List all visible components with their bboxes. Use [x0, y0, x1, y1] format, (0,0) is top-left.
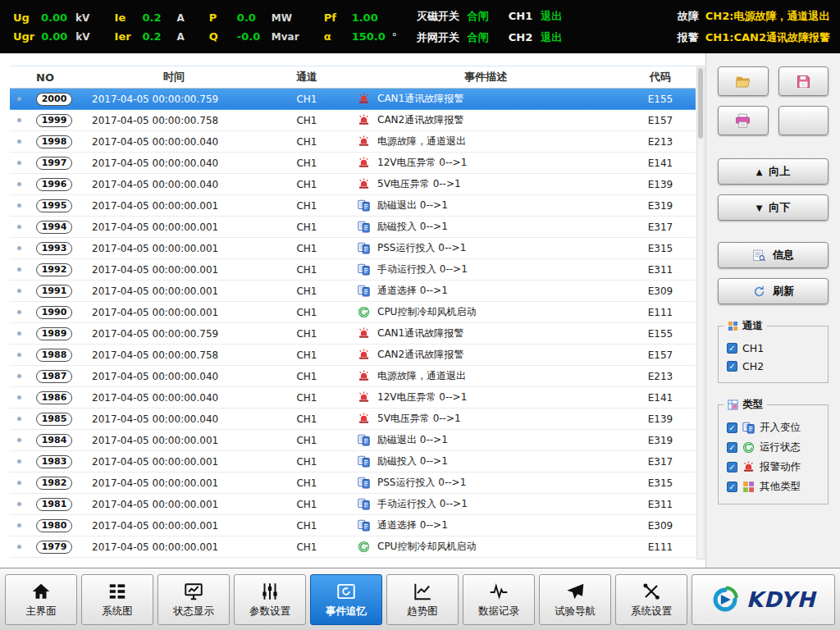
system-settings-icon: [641, 581, 662, 602]
row-channel: CH1: [267, 243, 346, 254]
header-code: 代码: [625, 70, 696, 84]
row-channel: CH1: [267, 520, 346, 532]
tab-system-settings[interactable]: 系统设置: [615, 574, 687, 625]
tab-label: 状态显示: [173, 605, 214, 619]
table-row[interactable]: 1988 2017-04-05 00:00:00.758 CH1 CAN2通讯故…: [10, 345, 696, 366]
row-desc: 通道选择 0-->1: [377, 284, 448, 298]
table-row[interactable]: 1991 2017-04-05 00:00:00.001 CH1 通道选择 0-…: [10, 281, 696, 302]
table-row[interactable]: 1996 2017-04-05 00:00:00.040 CH1 5V电压异常 …: [10, 174, 696, 195]
print-icon: [734, 112, 751, 130]
tab-home[interactable]: 主界面: [5, 574, 77, 625]
table-row[interactable]: 1987 2017-04-05 00:00:00.040 CH1 电源故障，通道…: [10, 366, 696, 387]
row-desc: 电源故障，通道退出: [377, 369, 466, 383]
row-no: 1983: [36, 455, 73, 468]
save-button[interactable]: [778, 66, 829, 96]
table-row[interactable]: 1981 2017-04-05 00:00:00.001 CH1 手动运行投入 …: [10, 494, 696, 515]
row-no: 1996: [36, 178, 73, 191]
info-label: 信息: [773, 248, 794, 262]
tab-system-diagram[interactable]: 系统图: [81, 574, 153, 625]
channel-checkbox-list: ✓CH1✓CH2: [725, 342, 821, 372]
checkbox[interactable]: ✓: [727, 442, 737, 453]
checkbox[interactable]: ✓: [727, 482, 737, 492]
data-record-icon: [488, 581, 509, 602]
row-channel: CH1: [267, 179, 346, 190]
row-channel: CH1: [267, 477, 346, 489]
checkbox[interactable]: ✓: [727, 422, 737, 433]
scrollbar-thumb[interactable]: [698, 68, 703, 139]
type-filter-group: 类型 ✓开入变位✓运行状态✓报警动作✓其他类型: [718, 404, 829, 504]
channel-filter-group: 通道 ✓CH1✓CH2: [718, 326, 829, 383]
table-row[interactable]: 1984 2017-04-05 00:00:00.001 CH1 励磁退出 0-…: [10, 430, 696, 451]
refresh-button[interactable]: 刷新: [718, 278, 829, 304]
table-row[interactable]: 1980 2017-04-05 00:00:00.001 CH1 通道选择 0-…: [10, 515, 696, 536]
type-checkbox-list: ✓开入变位✓运行状态✓报警动作✓其他类型: [725, 421, 821, 494]
tab-param-settings[interactable]: 参数设置: [234, 574, 306, 625]
checkbox[interactable]: ✓: [727, 361, 737, 372]
row-channel: CH1: [267, 349, 346, 361]
table-scrollbar[interactable]: [696, 66, 705, 559]
checkbox[interactable]: ✓: [727, 343, 737, 354]
table-row[interactable]: 1979 2017-04-05 00:00:00.001 CH1 CPU控制冷却…: [10, 536, 696, 558]
row-bullet-icon: [17, 331, 21, 336]
row-desc: 5V电压异常 0-->1: [377, 412, 461, 426]
checkbox-label: CH2: [742, 360, 764, 372]
table-row[interactable]: 1990 2017-04-05 00:00:00.001 CH1 CPU控制冷却…: [10, 302, 696, 323]
row-time: 2017-04-05 00:00:00.758: [80, 349, 267, 361]
row-code: E309: [625, 520, 696, 532]
tab-label: 趋势图: [407, 605, 438, 619]
table-row[interactable]: 1983 2017-04-05 00:00:00.001 CH1 励磁投入 0-…: [10, 451, 696, 472]
row-time: 2017-04-05 00:00:00.001: [80, 477, 267, 489]
measurement-P: P0.0MW: [209, 11, 299, 24]
table-row[interactable]: 1993 2017-04-05 00:00:00.001 CH1 PSS运行投入…: [10, 238, 696, 259]
down-arrow-icon: ▼: [756, 203, 763, 212]
row-code: E111: [625, 541, 696, 553]
tab-trend[interactable]: 趋势图: [386, 574, 459, 625]
row-desc: 励磁投入 0-->1: [377, 454, 448, 468]
fault-message: 故障 CH2:电源故障，通道退出: [678, 9, 830, 24]
tab-test-nav[interactable]: 试验导航: [539, 574, 611, 625]
tab-data-record[interactable]: 数据记录: [463, 574, 535, 625]
table-row[interactable]: 1982 2017-04-05 00:00:00.001 CH1 PSS运行投入…: [10, 472, 696, 494]
info-form-icon: [752, 249, 766, 262]
table-row[interactable]: 1997 2017-04-05 00:00:00.040 CH1 12V电压异常…: [10, 153, 696, 174]
logo-text: KDYH: [746, 587, 815, 612]
main-area: NO 时间 通道 事件描述 代码 2000 2017-04-05 00:00:0…: [0, 53, 840, 568]
alarm-event-icon: [358, 93, 370, 105]
table-row[interactable]: 1994 2017-04-05 00:00:00.001 CH1 励磁投入 0-…: [10, 217, 696, 238]
table-row[interactable]: 1989 2017-04-05 00:00:00.759 CH1 CAN1通讯故…: [10, 323, 696, 345]
info-button[interactable]: 信息: [718, 242, 829, 268]
row-time: 2017-04-05 00:00:00.040: [80, 392, 267, 404]
row-bullet-icon: [17, 225, 21, 229]
table-row[interactable]: 2000 2017-04-05 00:00:00.759 CH1 CAN1通讯故…: [10, 89, 696, 110]
table-row[interactable]: 1998 2017-04-05 00:00:00.040 CH1 电源故障，通道…: [10, 131, 696, 153]
row-bullet-icon: [17, 289, 21, 293]
run-event-icon: [358, 541, 370, 553]
event-table-header: NO 时间 通道 事件描述 代码: [10, 66, 696, 89]
scroll-up-button[interactable]: ▲ 向上: [718, 158, 829, 185]
checkbox-label: 报警动作: [760, 460, 801, 474]
table-row[interactable]: 1985 2017-04-05 00:00:00.040 CH1 5V电压异常 …: [10, 409, 696, 430]
row-channel: CH1: [267, 392, 346, 404]
empty-button[interactable]: [778, 106, 829, 135]
checkbox[interactable]: ✓: [727, 462, 737, 472]
table-row[interactable]: 1995 2017-04-05 00:00:00.001 CH1 励磁退出 0-…: [10, 195, 696, 217]
row-time: 2017-04-05 00:00:00.001: [80, 307, 267, 318]
measurement-Q: Q-0.0Mvar: [209, 30, 299, 43]
row-time: 2017-04-05 00:00:00.001: [80, 264, 267, 276]
table-row[interactable]: 1999 2017-04-05 00:00:00.758 CH1 CAN2通讯故…: [10, 110, 696, 131]
row-time: 2017-04-05 00:00:00.001: [80, 499, 267, 510]
measurement-Ugr: Ugr0.00kV: [13, 30, 90, 43]
input-event-icon: [358, 455, 370, 468]
open-file-button[interactable]: [718, 66, 769, 96]
tab-event-recall[interactable]: 事件追忆: [310, 574, 382, 625]
tab-status-display[interactable]: 状态显示: [158, 574, 230, 625]
print-button[interactable]: [718, 106, 769, 135]
table-row[interactable]: 1992 2017-04-05 00:00:00.001 CH1 手动运行投入 …: [10, 259, 696, 281]
row-code: E317: [625, 456, 696, 468]
table-row[interactable]: 1986 2017-04-05 00:00:00.040 CH1 12V电压异常…: [10, 387, 696, 409]
row-desc: CAN2通讯故障报警: [377, 348, 463, 362]
other-type-icon: [742, 481, 755, 493]
scroll-down-button[interactable]: ▼ 向下: [718, 194, 829, 221]
row-bullet-icon: [17, 353, 21, 357]
row-no: 1998: [36, 135, 73, 148]
